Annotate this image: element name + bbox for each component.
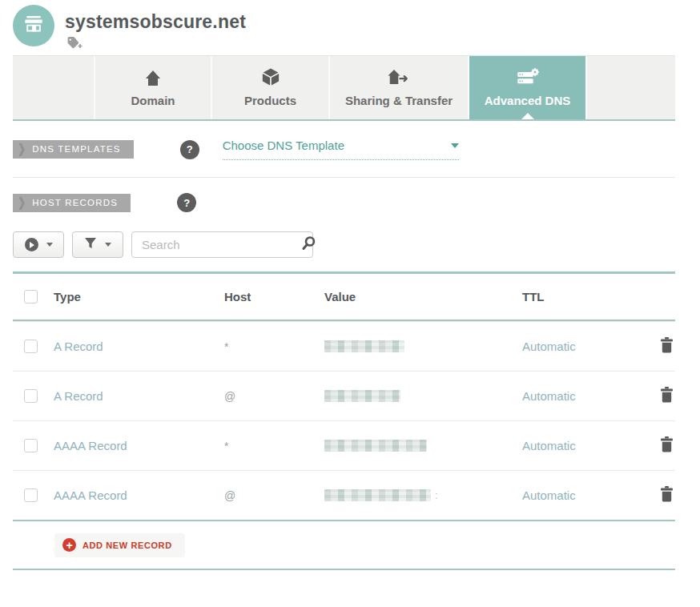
host-records-help-icon[interactable]: ?: [177, 193, 196, 212]
package-icon: [260, 69, 281, 86]
header-text: systemsobscure.net: [65, 5, 246, 49]
search-icon[interactable]: [301, 235, 316, 254]
column-header-value: Value: [324, 290, 522, 304]
chevron-down-icon: [451, 143, 459, 148]
chevron-down-icon: [46, 243, 53, 247]
search-box: [131, 231, 313, 258]
record-ttl[interactable]: Automatic: [522, 340, 646, 353]
bulk-actions-button[interactable]: [13, 231, 64, 258]
dns-templates-section: ❯ DNS TEMPLATES ? Choose DNS Template: [13, 139, 700, 160]
record-host[interactable]: @: [224, 489, 324, 502]
domain-header: systemsobscure.net: [13, 0, 700, 49]
tab-filler-right: [585, 56, 675, 119]
record-host[interactable]: @: [224, 390, 324, 403]
house-arrow-icon: [387, 69, 411, 86]
record-host[interactable]: *: [224, 340, 324, 353]
section-label: DNS TEMPLATES: [32, 140, 120, 159]
records-toolbar: [13, 231, 700, 258]
record-ttl[interactable]: Automatic: [522, 488, 646, 502]
tab-advanced-dns[interactable]: Advanced DNS: [468, 56, 585, 119]
tab-domain[interactable]: Domain: [94, 56, 211, 119]
page-title: systemsobscure.net: [65, 11, 246, 33]
record-ttl[interactable]: Automatic: [522, 389, 646, 403]
trash-icon[interactable]: [660, 436, 674, 456]
record-type[interactable]: A Record: [54, 340, 224, 353]
tab-label: Domain: [131, 94, 175, 107]
table-row: AAAA Record * Automatic: [13, 420, 675, 470]
footer-line: [13, 569, 675, 570]
select-all-checkbox[interactable]: [24, 290, 38, 304]
row-checkbox[interactable]: [24, 488, 38, 502]
value-suffix: :: [435, 489, 438, 501]
dropdown-selected-label: Choose DNS Template: [223, 139, 344, 152]
tab-label: Sharing & Transfer: [345, 94, 453, 107]
redacted-value[interactable]: [324, 489, 431, 501]
row-checkbox[interactable]: [24, 439, 38, 452]
tab-sharing-transfer[interactable]: Sharing & Transfer: [328, 56, 468, 119]
server-gear-icon: [516, 69, 540, 86]
dns-templates-ribbon: ❯ DNS TEMPLATES: [13, 140, 134, 159]
record-type[interactable]: AAAA Record: [54, 439, 224, 452]
add-record-row: + ADD NEW RECORD: [13, 521, 675, 569]
chevron-down-icon: [105, 243, 111, 247]
dns-template-dropdown[interactable]: Choose DNS Template: [223, 139, 459, 160]
add-new-record-button[interactable]: + ADD NEW RECORD: [54, 533, 185, 557]
row-checkbox[interactable]: [24, 389, 38, 403]
column-header-ttl: TTL: [522, 290, 646, 304]
table-row: A Record * Automatic: [13, 321, 675, 371]
filter-button[interactable]: [72, 231, 123, 258]
filter-icon: [84, 237, 97, 252]
record-type[interactable]: AAAA Record: [54, 488, 224, 502]
section-label: HOST RECORDS: [32, 194, 118, 212]
table-row: A Record @ Automatic: [13, 371, 675, 420]
tab-bar: Domain Products Sharing & Transfer: [13, 55, 675, 121]
section-divider: [13, 177, 675, 178]
trash-icon[interactable]: [660, 337, 674, 356]
record-type[interactable]: A Record: [54, 389, 224, 403]
record-ttl[interactable]: Automatic: [522, 439, 646, 452]
redacted-value[interactable]: [324, 390, 400, 402]
table-row: AAAA Record @ : Automatic: [13, 470, 675, 520]
trash-icon[interactable]: [660, 486, 674, 505]
plus-circle-icon: +: [62, 538, 76, 552]
host-records-section: ❯ HOST RECORDS ?: [13, 193, 700, 212]
search-input[interactable]: [142, 238, 301, 251]
play-circle-icon: [25, 238, 38, 251]
active-tab-notch: [521, 113, 534, 119]
column-header-type: Type: [54, 290, 224, 304]
add-new-record-label: ADD NEW RECORD: [82, 541, 172, 550]
record-host[interactable]: *: [224, 440, 324, 452]
tab-filler-left: [13, 56, 94, 119]
add-tag-icon[interactable]: [66, 36, 246, 49]
column-header-host: Host: [224, 290, 324, 304]
table-header-row: Type Host Value TTL: [13, 274, 675, 320]
trash-icon[interactable]: [660, 387, 674, 406]
home-icon: [144, 69, 162, 86]
chevron-right-icon: ❯: [18, 138, 26, 162]
dns-templates-help-icon[interactable]: ?: [180, 140, 199, 159]
domain-avatar: [13, 5, 54, 46]
redacted-value[interactable]: [324, 440, 427, 452]
tab-label: Products: [244, 94, 296, 107]
chevron-right-icon: ❯: [18, 191, 26, 215]
advanced-dns-page: systemsobscure.net Domain: [0, 0, 700, 607]
redacted-value[interactable]: [324, 340, 404, 352]
host-records-ribbon: ❯ HOST RECORDS: [13, 194, 131, 212]
tab-products[interactable]: Products: [211, 56, 328, 119]
tab-label: Advanced DNS: [485, 94, 571, 107]
storefront-icon: [22, 12, 46, 39]
row-checkbox[interactable]: [24, 340, 38, 353]
